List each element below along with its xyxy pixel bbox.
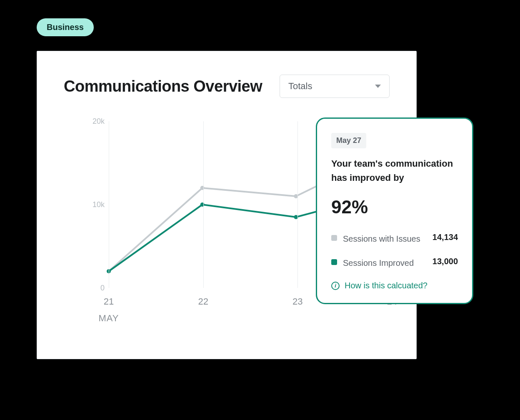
- card-title: Communications Overview: [64, 78, 262, 95]
- x-tick: 23: [292, 296, 302, 307]
- legend-swatch: [331, 235, 337, 241]
- stat-value: 14,134: [432, 232, 458, 242]
- gridline: [298, 121, 298, 288]
- calculation-link[interactable]: i How is this calcuated?: [331, 281, 458, 290]
- chart-data-point: [200, 202, 205, 207]
- stat-label: Sessions with Issues: [343, 232, 427, 245]
- stat-row: Sessions with Issues14,134: [331, 232, 458, 245]
- tooltip-stats: Sessions with Issues14,134Sessions Impro…: [331, 232, 458, 269]
- y-tick: 10k: [84, 200, 105, 209]
- info-icon: i: [331, 282, 340, 290]
- card-header: Communications Overview Totals: [64, 75, 390, 98]
- stat-label: Sessions Improved: [343, 257, 427, 269]
- stat-value: 13,000: [432, 257, 458, 266]
- select-value: Totals: [288, 81, 312, 92]
- legend-swatch: [331, 259, 337, 265]
- x-tick: 22: [198, 296, 208, 307]
- tooltip-percent: 92%: [331, 197, 458, 218]
- x-tick: 21: [104, 296, 114, 307]
- chart-tooltip: May 27 Your team's communication has imp…: [316, 118, 473, 304]
- chevron-down-icon: [375, 85, 381, 88]
- y-tick: 0: [84, 284, 105, 292]
- calc-link-text: How is this calcuated?: [345, 281, 428, 290]
- category-badge: Business: [37, 18, 94, 36]
- chart-data-point: [200, 186, 205, 190]
- tooltip-date: May 27: [331, 133, 366, 148]
- gridline: [109, 121, 109, 288]
- x-month-label: MAY: [98, 313, 119, 324]
- y-tick: 20k: [84, 117, 105, 126]
- gridline: [203, 121, 204, 288]
- tooltip-message: Your team's communication has improved b…: [331, 157, 458, 185]
- stat-row: Sessions Improved13,000: [331, 257, 458, 269]
- aggregation-select[interactable]: Totals: [280, 75, 390, 98]
- badge-label: Business: [47, 22, 84, 32]
